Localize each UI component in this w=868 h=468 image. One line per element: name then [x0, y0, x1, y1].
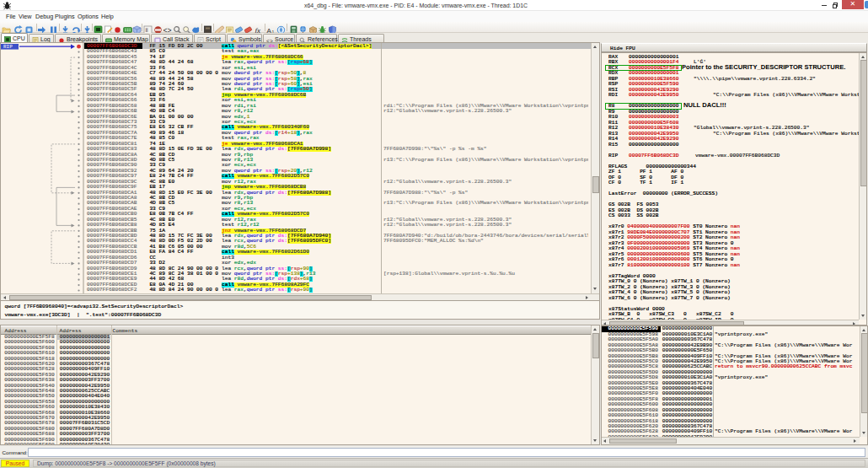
svg-text:RIP: RIP — [3, 44, 13, 50]
svg-text:ii: ii — [145, 27, 148, 33]
